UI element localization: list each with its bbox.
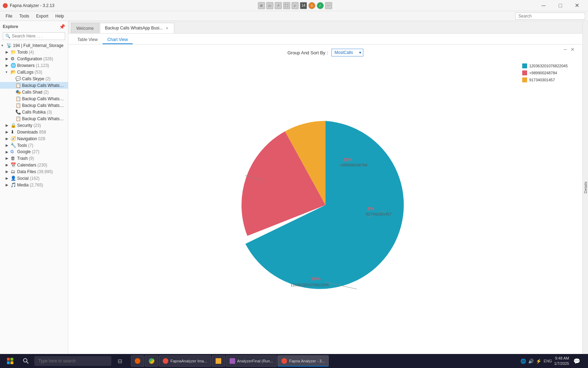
battery-icon: ⚡ [536,359,541,364]
sidebar-item-media[interactable]: ▶ 🎵 Media (2,765) [0,182,68,188]
icon-config: ⚙ [10,56,16,61]
tb-icon-2[interactable]: ▭ [266,2,273,9]
close-button[interactable]: ✕ [569,0,585,11]
pin-icon[interactable]: 📌 [59,24,65,29]
menu-help[interactable]: Help [52,13,67,19]
group-sort-label: Group And Sort By : [287,50,328,55]
sidebar-item-navigation[interactable]: ▶ 🧭 Navigation 028 [0,135,68,142]
sidebar-header: Explore 📌 [0,21,68,31]
sidebar-item-security[interactable]: ▶ 🔒 Security (23) [0,122,68,129]
sidebar-item-backup1[interactable]: 📋 Backup Calls WhatsApp Ba... [0,82,68,89]
sidebar-item-backup2[interactable]: 📋 Backup Calls WhatsApp Ba... [0,95,68,102]
sub-tab-table[interactable]: Table View [72,36,103,44]
taskbar-search-input[interactable] [34,356,111,366]
notification-icon[interactable]: 💬 [571,355,582,367]
start-button[interactable] [3,355,18,367]
annotation-label-69: 120363201076822045 [290,283,329,287]
sidebar-item-downloads[interactable]: ▶ ⬇ Downloads 858 [0,129,68,135]
svg-rect-1 [10,358,13,361]
taskbar-task-view[interactable]: ⊟ [114,355,125,367]
taskbar-app-chrome[interactable] [145,355,158,367]
sidebar-item-tools[interactable]: ▶ 🔧 Tools (7) [0,142,68,149]
label-security: Security (23) [17,123,66,128]
explorer-icon [216,358,221,364]
annotation-label-23: +989900248784 [340,163,368,167]
sidebar-item-backup3[interactable]: 📋 Backup Calls WhatsApp Ba... [0,102,68,109]
sidebar-item-social[interactable]: ▶ 👤 Social (162) [0,175,68,182]
annotation-pct-8: 8% [368,206,374,211]
chart-area: ─ ✕ Group And Sort By : MostCalls LeastC… [68,45,582,354]
menu-tools[interactable]: Tools [16,13,32,19]
sidebar-item-calendars[interactable]: ▶ 📅 Calendars (230) [0,162,68,168]
maximize-button[interactable]: □ [552,0,568,11]
taskbar-app-firefox[interactable] [131,355,144,367]
sidebar-item-calls-shad[interactable]: 🎭 Calls Shad (2) [0,89,68,95]
tab-welcome[interactable]: Welcome [71,23,99,33]
sub-tab-chart[interactable]: Chart View [103,36,133,44]
tab-backup-close[interactable]: ✕ [165,26,169,30]
icon-calendars: 📅 [10,162,16,168]
taskbar-app-fapna-active[interactable]: Fapna Analyzer - 3... [278,355,329,367]
legend-label-blue: 120363201076822045 [529,64,568,68]
icon-skype: 💬 [15,76,21,81]
icon-backup2: 📋 [15,96,21,101]
volume-icon[interactable]: 🔊 [528,359,534,364]
sidebar-item-torob[interactable]: ▶ 📁 Torob (4) [0,49,68,55]
tb-icon-4[interactable]: ⛶ [283,2,290,9]
tb-count: 14 [300,2,307,9]
network-icon[interactable]: 🌐 [520,359,526,364]
label-backup2: Backup Calls WhatsApp Ba... [22,96,66,101]
tb-icon-5[interactable]: ↙ [292,2,299,9]
sidebar-item-calls-skype[interactable]: 💬 Calls Skype (2) [0,75,68,82]
system-tray-icons: 🌐 🔊 ⚡ ENG [520,359,552,364]
sidebar-item-backup4[interactable]: 📋 Backup Calls WhatsApp Ba... [0,115,68,122]
sidebar-search-input[interactable] [12,34,63,39]
tab-bar: Welcome Backup Calls WhatsApp Busi... ✕ [68,21,582,34]
arrow-config: ▶ [6,57,10,61]
taskbar-clock[interactable]: 9:48 AM 1/7/2025 [554,356,569,367]
group-sort-select[interactable]: MostCalls LeastCalls Name [331,49,363,56]
tb-icon-last[interactable]: ⋯ [325,2,332,9]
tree-root[interactable]: ▾ 📡 194 | Full_Internal_Storage [0,42,68,49]
svg-line-5 [27,362,28,363]
firefox-icon [135,358,140,364]
taskbar-app-analyzer[interactable]: AnalyzerFinal (Run... [226,355,277,367]
chart-minimize-icon[interactable]: ─ [563,46,568,53]
menu-export[interactable]: Export [33,13,51,19]
window-controls[interactable]: ─ □ ✕ [536,0,585,11]
legend-color-blue [522,63,527,68]
sidebar-item-google[interactable]: ▶ G Google (27) [0,149,68,155]
taskbar-apps: FapnaAnalyzer Ima... AnalyzerFinal (Run.… [131,355,518,367]
sidebar-item-trash[interactable]: ▶ 🗑 Trash (9) [0,155,68,162]
minimize-button[interactable]: ─ [536,0,552,11]
details-panel[interactable]: Details [582,21,588,354]
sidebar-item-browsers[interactable]: ▶ 🌐 Browsers (1,123) [0,62,68,69]
sidebar-item-configuration[interactable]: ▶ ⚙ Configuration (326) [0,55,68,62]
app-title: Fapna Analyzer - 3.2.13 [10,3,54,8]
arrow-datafiles: ▶ [6,170,10,173]
analyzer-icon [230,358,235,364]
taskbar-app-fapna1[interactable]: FapnaAnalyzer Ima... [159,355,211,367]
annotation-label-8: 917340301457 [366,212,391,216]
icon-downloads: ⬇ [10,129,16,135]
chart-close-icon[interactable]: ✕ [570,46,575,53]
sidebar-item-calls-rubika[interactable]: 📞 Calls Rubika (3) [0,109,68,115]
tb-icon-1[interactable]: ⊞ [258,2,265,9]
tb-icon-3[interactable]: ↗ [275,2,282,9]
legend-item-blue: 120363201076822045 [522,63,568,68]
label-social: Social (162) [17,176,66,181]
taskbar-search-icon[interactable] [20,355,31,367]
tb-icon-green[interactable]: ✓ [317,2,324,9]
tab-backup[interactable]: Backup Calls WhatsApp Busi... ✕ [100,23,174,33]
menu-search-input[interactable] [515,13,585,20]
menu-file[interactable]: File [3,13,15,19]
label-google: Google (27) [17,149,66,154]
arrow-social: ▶ [6,176,10,180]
tab-welcome-label: Welcome [76,26,94,31]
sidebar-item-datafiles[interactable]: ▶ 🗂 Data Files (39,995) [0,168,68,175]
sidebar-item-calllogs[interactable]: ▾ 📂 CallLogs (53) [0,69,68,75]
label-backup3: Backup Calls WhatsApp Ba... [22,103,66,108]
taskbar-app-explorer[interactable] [212,355,225,367]
tb-icon-orange[interactable]: ⊙ [308,2,315,9]
arrow-root: ▾ [1,43,6,47]
